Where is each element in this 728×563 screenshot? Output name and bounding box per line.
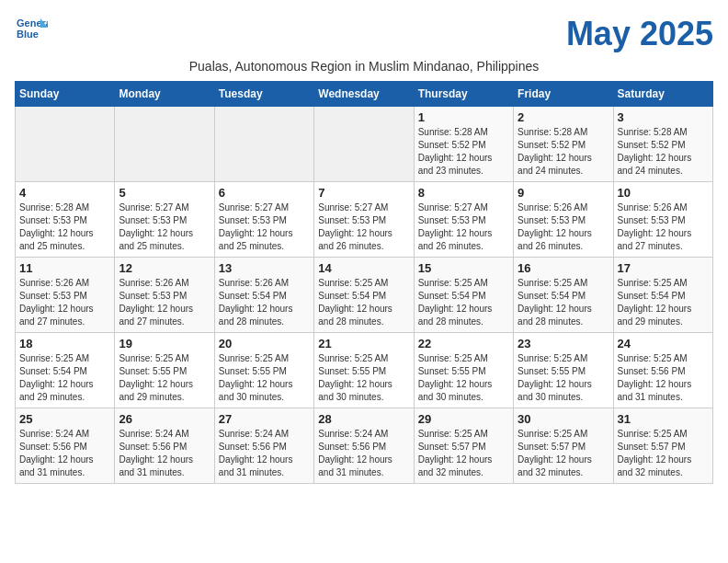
calendar-cell: 17Sunrise: 5:25 AM Sunset: 5:54 PM Dayli… [613, 258, 712, 333]
month-title: May 2025 [566, 15, 713, 53]
day-info: Sunrise: 5:26 AM Sunset: 5:53 PM Dayligh… [518, 201, 609, 253]
day-number: 19 [119, 337, 210, 350]
day-number: 5 [119, 186, 210, 200]
weekday-header: Monday [115, 82, 214, 107]
day-info: Sunrise: 5:25 AM Sunset: 5:55 PM Dayligh… [318, 352, 409, 404]
calendar-cell: 4Sunrise: 5:28 AM Sunset: 5:53 PM Daylig… [16, 182, 115, 258]
day-number: 20 [219, 337, 310, 350]
day-number: 29 [418, 412, 509, 426]
day-info: Sunrise: 5:25 AM Sunset: 5:57 PM Dayligh… [518, 428, 609, 479]
day-info: Sunrise: 5:25 AM Sunset: 5:54 PM Dayligh… [19, 352, 110, 404]
logo-icon: General Blue [15, 15, 48, 40]
day-number: 26 [119, 412, 210, 426]
calendar-cell: 19Sunrise: 5:25 AM Sunset: 5:55 PM Dayli… [115, 333, 214, 408]
page-header: General Blue May 2025 [15, 15, 713, 53]
calendar-header: SundayMondayTuesdayWednesdayThursdayFrid… [16, 82, 713, 107]
day-number: 2 [518, 110, 609, 124]
day-info: Sunrise: 5:24 AM Sunset: 5:56 PM Dayligh… [119, 428, 210, 479]
calendar-cell: 28Sunrise: 5:24 AM Sunset: 5:56 PM Dayli… [314, 408, 414, 484]
day-number: 22 [418, 337, 509, 350]
day-info: Sunrise: 5:27 AM Sunset: 5:53 PM Dayligh… [318, 201, 409, 253]
calendar-cell: 30Sunrise: 5:25 AM Sunset: 5:57 PM Dayli… [514, 408, 613, 484]
day-info: Sunrise: 5:26 AM Sunset: 5:53 PM Dayligh… [19, 277, 110, 328]
day-info: Sunrise: 5:25 AM Sunset: 5:54 PM Dayligh… [518, 277, 609, 328]
calendar-cell: 24Sunrise: 5:25 AM Sunset: 5:56 PM Dayli… [613, 333, 712, 408]
day-info: Sunrise: 5:25 AM Sunset: 5:55 PM Dayligh… [518, 352, 609, 404]
day-number: 8 [418, 186, 509, 200]
day-number: 21 [318, 337, 409, 350]
calendar-cell: 9Sunrise: 5:26 AM Sunset: 5:53 PM Daylig… [514, 182, 613, 258]
day-number: 14 [318, 261, 409, 275]
calendar-cell: 20Sunrise: 5:25 AM Sunset: 5:55 PM Dayli… [214, 333, 313, 408]
day-number: 9 [518, 186, 609, 200]
day-info: Sunrise: 5:28 AM Sunset: 5:52 PM Dayligh… [418, 126, 509, 178]
day-number: 3 [618, 110, 709, 124]
day-number: 10 [618, 186, 709, 200]
day-info: Sunrise: 5:25 AM Sunset: 5:54 PM Dayligh… [318, 277, 409, 328]
calendar-cell [115, 107, 214, 182]
day-info: Sunrise: 5:25 AM Sunset: 5:55 PM Dayligh… [418, 352, 509, 404]
calendar-cell: 13Sunrise: 5:26 AM Sunset: 5:54 PM Dayli… [214, 258, 313, 333]
day-info: Sunrise: 5:26 AM Sunset: 5:54 PM Dayligh… [219, 277, 310, 328]
day-info: Sunrise: 5:25 AM Sunset: 5:55 PM Dayligh… [119, 352, 210, 404]
day-info: Sunrise: 5:24 AM Sunset: 5:56 PM Dayligh… [19, 428, 110, 479]
day-info: Sunrise: 5:25 AM Sunset: 5:57 PM Dayligh… [618, 428, 709, 479]
calendar-week-row: 25Sunrise: 5:24 AM Sunset: 5:56 PM Dayli… [16, 408, 713, 484]
calendar-week-row: 11Sunrise: 5:26 AM Sunset: 5:53 PM Dayli… [16, 258, 713, 333]
day-number: 7 [318, 186, 409, 200]
day-number: 4 [19, 186, 110, 200]
calendar-cell: 6Sunrise: 5:27 AM Sunset: 5:53 PM Daylig… [214, 182, 313, 258]
calendar-table: SundayMondayTuesdayWednesdayThursdayFrid… [15, 81, 713, 484]
calendar-week-row: 1Sunrise: 5:28 AM Sunset: 5:52 PM Daylig… [16, 107, 713, 182]
calendar-cell: 1Sunrise: 5:28 AM Sunset: 5:52 PM Daylig… [414, 107, 513, 182]
calendar-cell [16, 107, 115, 182]
day-info: Sunrise: 5:25 AM Sunset: 5:54 PM Dayligh… [618, 277, 709, 328]
day-number: 16 [518, 261, 609, 275]
svg-text:Blue: Blue [17, 29, 39, 40]
calendar-cell: 15Sunrise: 5:25 AM Sunset: 5:54 PM Dayli… [414, 258, 513, 333]
calendar-cell: 12Sunrise: 5:26 AM Sunset: 5:53 PM Dayli… [115, 258, 214, 333]
calendar-cell: 22Sunrise: 5:25 AM Sunset: 5:55 PM Dayli… [414, 333, 513, 408]
day-number: 27 [219, 412, 310, 426]
calendar-cell: 27Sunrise: 5:24 AM Sunset: 5:56 PM Dayli… [214, 408, 313, 484]
calendar-cell: 26Sunrise: 5:24 AM Sunset: 5:56 PM Dayli… [115, 408, 214, 484]
calendar-week-row: 18Sunrise: 5:25 AM Sunset: 5:54 PM Dayli… [16, 333, 713, 408]
day-number: 23 [518, 337, 609, 350]
day-info: Sunrise: 5:28 AM Sunset: 5:52 PM Dayligh… [618, 126, 709, 178]
calendar-cell: 16Sunrise: 5:25 AM Sunset: 5:54 PM Dayli… [514, 258, 613, 333]
day-number: 31 [618, 412, 709, 426]
day-info: Sunrise: 5:26 AM Sunset: 5:53 PM Dayligh… [618, 201, 709, 253]
day-info: Sunrise: 5:24 AM Sunset: 5:56 PM Dayligh… [318, 428, 409, 479]
calendar-cell: 5Sunrise: 5:27 AM Sunset: 5:53 PM Daylig… [115, 182, 214, 258]
day-info: Sunrise: 5:27 AM Sunset: 5:53 PM Dayligh… [219, 201, 310, 253]
day-number: 13 [219, 261, 310, 275]
weekday-header: Wednesday [314, 82, 414, 107]
calendar-cell: 25Sunrise: 5:24 AM Sunset: 5:56 PM Dayli… [16, 408, 115, 484]
weekday-header: Thursday [414, 82, 513, 107]
day-info: Sunrise: 5:28 AM Sunset: 5:53 PM Dayligh… [19, 201, 110, 253]
calendar-cell: 31Sunrise: 5:25 AM Sunset: 5:57 PM Dayli… [613, 408, 712, 484]
calendar-cell: 10Sunrise: 5:26 AM Sunset: 5:53 PM Dayli… [613, 182, 712, 258]
day-info: Sunrise: 5:24 AM Sunset: 5:56 PM Dayligh… [219, 428, 310, 479]
day-number: 11 [19, 261, 110, 275]
calendar-cell: 18Sunrise: 5:25 AM Sunset: 5:54 PM Dayli… [16, 333, 115, 408]
day-number: 1 [418, 110, 509, 124]
calendar-cell [314, 107, 414, 182]
day-info: Sunrise: 5:26 AM Sunset: 5:53 PM Dayligh… [119, 277, 210, 328]
calendar-subtitle: Pualas, Autonomous Region in Muslim Mind… [15, 59, 713, 74]
weekday-header: Sunday [16, 82, 115, 107]
day-info: Sunrise: 5:25 AM Sunset: 5:55 PM Dayligh… [219, 352, 310, 404]
day-info: Sunrise: 5:25 AM Sunset: 5:54 PM Dayligh… [418, 277, 509, 328]
day-number: 12 [119, 261, 210, 275]
calendar-cell: 29Sunrise: 5:25 AM Sunset: 5:57 PM Dayli… [414, 408, 513, 484]
day-info: Sunrise: 5:28 AM Sunset: 5:52 PM Dayligh… [518, 126, 609, 178]
calendar-cell: 21Sunrise: 5:25 AM Sunset: 5:55 PM Dayli… [314, 333, 414, 408]
weekday-header: Friday [514, 82, 613, 107]
calendar-cell: 7Sunrise: 5:27 AM Sunset: 5:53 PM Daylig… [314, 182, 414, 258]
day-info: Sunrise: 5:25 AM Sunset: 5:56 PM Dayligh… [618, 352, 709, 404]
calendar-week-row: 4Sunrise: 5:28 AM Sunset: 5:53 PM Daylig… [16, 182, 713, 258]
day-number: 24 [618, 337, 709, 350]
day-number: 15 [418, 261, 509, 275]
day-info: Sunrise: 5:25 AM Sunset: 5:57 PM Dayligh… [418, 428, 509, 479]
day-info: Sunrise: 5:27 AM Sunset: 5:53 PM Dayligh… [119, 201, 210, 253]
